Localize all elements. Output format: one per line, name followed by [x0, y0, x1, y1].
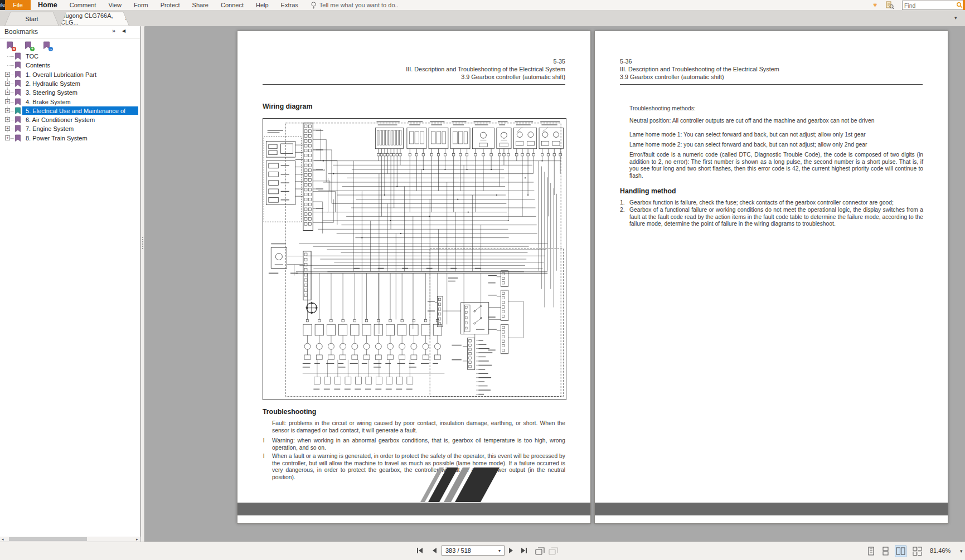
bookmarks-hscrollbar[interactable]: ◂ ▸ [0, 537, 140, 542]
menu-bar: ile File Home Comment View Form Protect … [0, 0, 965, 11]
document-viewport[interactable]: 5-35 III. Description and Troubleshootin… [145, 26, 965, 542]
expander-icon[interactable]: + [5, 108, 10, 113]
menu-view[interactable]: View [108, 2, 122, 8]
file-menu-button[interactable]: File [5, 0, 31, 10]
bookmark-label: 2. Hydraulic System [24, 80, 82, 87]
bullet-marker: l [263, 437, 264, 444]
tab-document[interactable]: Liugong CLG766A, CLG... ✕ [60, 12, 129, 26]
menu-help[interactable]: Help [256, 2, 269, 8]
menu-share[interactable]: Share [192, 2, 208, 8]
last-page-button[interactable] [521, 548, 527, 553]
header-rule [263, 84, 565, 85]
bookmark-flag-icon [14, 107, 21, 115]
bookmark-item-steering[interactable]: + 3. Steering System [0, 88, 140, 97]
bookmark-label: 4. Brake System [24, 99, 72, 105]
expander-icon[interactable]: + [5, 126, 10, 131]
doc-search-icon[interactable] [886, 1, 894, 9]
expander-icon[interactable]: + [5, 81, 10, 86]
bookmark-item-aircon[interactable]: + 6. Air Conditioner System [0, 115, 140, 124]
menu-connect[interactable]: Connect [221, 2, 244, 8]
methods-paragraph: Troubleshooting methods: [629, 105, 923, 113]
document-tab-bar: Start Liugong CLG766A, CLG... ✕ ▾ [0, 10, 965, 27]
first-page-button[interactable] [417, 548, 423, 553]
bookmarks-panel: Bookmarks » ◀ ✕ + → TOC [0, 26, 140, 542]
continuous-facing-view-button[interactable] [911, 546, 923, 557]
tab-start[interactable]: Start [4, 12, 59, 26]
menu-form[interactable]: Form [134, 2, 148, 8]
menu-extras[interactable]: Extras [281, 2, 298, 8]
zoom-level[interactable]: 81.46% [930, 547, 951, 554]
bookmark-label: 1. Overall Lubrication Part [24, 71, 98, 78]
page-list-caret-icon[interactable]: ▾ [498, 548, 501, 553]
ribbon-menu: Home Comment View Form Protect Share Con… [38, 0, 399, 10]
zoom-caret-icon[interactable]: ▾ [960, 548, 963, 554]
scroll-right-icon[interactable]: ▸ [136, 537, 138, 542]
page-number: 5-36 [620, 58, 779, 66]
previous-page-button[interactable] [433, 548, 437, 553]
scrollbar-thumb[interactable] [9, 537, 87, 541]
expander-icon[interactable]: + [5, 72, 10, 77]
header-line: III. Description and Troubleshooting of … [406, 66, 565, 74]
header-line: 3.9 Gearbox controller (automatic shift) [620, 74, 779, 81]
scroll-left-icon[interactable]: ◂ [2, 537, 4, 542]
facing-pages-view-button[interactable] [895, 546, 906, 557]
bookmark-flag-icon [14, 134, 21, 142]
panel-splitter[interactable] [141, 26, 144, 542]
previous-view-button[interactable] [535, 547, 545, 556]
single-page-view-button[interactable] [865, 546, 877, 557]
bookmark-flag-icon [14, 61, 21, 69]
last-page-icon [521, 548, 525, 553]
wiring-diagram-title: Wiring diagram [263, 103, 312, 110]
bookmark-item-engine[interactable]: + 7. Engine System [0, 124, 140, 133]
first-page-icon [419, 548, 423, 553]
pdf-reader-window: ile File Home Comment View Form Protect … [0, 0, 965, 560]
window-edge: ile [0, 0, 5, 10]
page-footer-band [237, 503, 590, 515]
decorative-stripes [420, 468, 500, 502]
fault-paragraph: Fault: problems in the circuit or wiring… [272, 420, 565, 434]
splitter-grip[interactable] [142, 237, 143, 249]
header-rule [620, 84, 923, 85]
bookmark-item-toc[interactable]: TOC [0, 52, 140, 61]
bookmark-item-hydraulic[interactable]: + 2. Hydraulic System [0, 79, 140, 88]
menu-comment[interactable]: Comment [70, 2, 96, 8]
troubleshooting-title: Troubleshooting [263, 408, 316, 416]
bookmark-label: 6. Air Conditioner System [24, 116, 96, 123]
bookmark-label: 3. Steering System [24, 89, 79, 96]
next-page-button[interactable] [509, 548, 513, 553]
wiring-diagram-figure [263, 118, 566, 402]
menu-protect[interactable]: Protect [161, 2, 180, 8]
expander-icon[interactable]: + [5, 135, 10, 140]
bullet-marker: l [263, 453, 264, 459]
manual-page-right: 5-36 III. Description and Troubleshootin… [594, 31, 948, 524]
lame2-paragraph: Lame home mode 2: you can select forward… [629, 142, 923, 149]
lightbulb-icon [311, 2, 317, 9]
manual-page-left: 5-35 III. Description and Troubleshootin… [237, 31, 591, 524]
bookmark-label: Contents [24, 62, 52, 69]
header-line: 3.9 Gearbox controller (automatic shift) [406, 74, 565, 81]
menu-home[interactable]: Home [38, 1, 57, 9]
assistant-prompt[interactable]: Tell me what you want to do.. [311, 2, 399, 9]
bookmark-item-contents[interactable]: Contents [0, 61, 140, 70]
bookmark-item-lubrication[interactable]: + 1. Overall Lubrication Part [0, 70, 140, 79]
lame1-paragraph: Lame home mode 1: You can select forward… [629, 132, 923, 139]
expander-icon[interactable]: + [5, 90, 10, 95]
expander-icon[interactable]: + [5, 117, 10, 122]
list-number: 1. [620, 199, 625, 206]
header-line: III. Description and Troubleshooting of … [620, 66, 779, 74]
heart-icon[interactable]: ♥ [873, 1, 877, 9]
continuous-view-button[interactable] [880, 546, 891, 557]
wiring-diagram [263, 118, 566, 400]
bookmark-item-brake[interactable]: + 4. Brake System [0, 98, 140, 106]
bookmark-item-powertrain[interactable]: + 8. Power Train System [0, 134, 140, 143]
assistant-hint-text: Tell me what you want to do.. [319, 2, 399, 8]
find-input[interactable] [903, 2, 956, 9]
page-header: 5-35 III. Description and Troubleshootin… [406, 58, 565, 81]
page-number-box[interactable]: 383 / 518 ▾ [442, 546, 505, 556]
error-code-paragraph: Error/fault code is a numeric code (call… [629, 152, 923, 179]
tab-list-caret-icon[interactable]: ▾ [954, 15, 957, 21]
expander-icon[interactable]: + [5, 99, 10, 104]
next-view-button[interactable] [549, 547, 559, 556]
bookmark-flag-icon [14, 89, 21, 96]
bookmark-item-electrical[interactable]: + 5. Electrical Use and Maintenance of [0, 106, 140, 115]
